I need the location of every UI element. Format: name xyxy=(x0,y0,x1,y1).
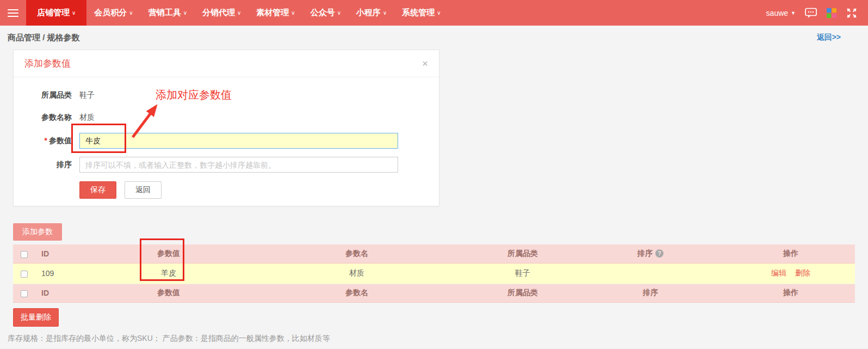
chevron-down-icon: ∨ xyxy=(129,10,133,16)
nav-item-member-points[interactable]: 会员积分 ∨ xyxy=(86,0,140,26)
header-actions: 操作 xyxy=(727,244,855,263)
category-label: 所属品类 xyxy=(14,90,72,100)
add-param-value-panel: 添加参数值 × 所属品类 鞋子 参数名称 材质 *参数值 排序 保存 返回 xyxy=(13,50,439,206)
chevron-down-icon: ▼ xyxy=(791,10,796,16)
back-button[interactable]: 返回 xyxy=(125,181,162,199)
chevron-down-icon: ∨ xyxy=(183,10,187,16)
footer-category: 所属品类 xyxy=(471,284,574,302)
breadcrumb-bar: 商品管理 / 规格参数 返回>> xyxy=(0,26,868,50)
header-sort: 排序? xyxy=(574,244,727,263)
save-button[interactable]: 保存 xyxy=(79,181,116,199)
nav-item-label: 公众号 xyxy=(311,8,335,18)
params-table: ID 参数值 参数名 所属品类 排序? 操作 109 羊皮 材质 鞋子 编辑 删… xyxy=(13,244,855,303)
nav-item-label: 分销代理 xyxy=(202,8,235,18)
select-all-checkbox-footer[interactable] xyxy=(21,290,28,297)
table-footer-row: ID 参数值 参数名 所属品类 排序 操作 xyxy=(13,284,855,302)
back-link[interactable]: 返回>> xyxy=(817,33,841,42)
param-name-value: 材质 xyxy=(79,113,95,123)
nav-item-marketing-tools[interactable]: 营销工具 ∨ xyxy=(141,0,195,26)
edit-link[interactable]: 编辑 xyxy=(771,268,786,277)
nav-item-shop-management[interactable]: 店铺管理 ∨ xyxy=(26,0,86,26)
required-asterisk: * xyxy=(45,136,47,145)
top-navbar: 店铺管理 ∨ 会员积分 ∨ 营销工具 ∨ 分销代理 ∨ 素材管理 ∨ 公众号 ∨… xyxy=(0,0,868,26)
footer-id: ID xyxy=(35,284,95,302)
header-param-name: 参数名 xyxy=(243,244,471,263)
user-menu[interactable]: sauwe ▼ xyxy=(766,9,796,17)
param-name-label: 参数名称 xyxy=(14,113,72,123)
cell-param-value: 羊皮 xyxy=(95,263,243,284)
menu-icon[interactable] xyxy=(0,0,26,26)
fullscreen-icon[interactable] xyxy=(846,8,857,19)
form-row-param-name: 参数名称 材质 xyxy=(14,113,428,123)
table-header-row: ID 参数值 参数名 所属品类 排序? 操作 xyxy=(13,244,855,263)
close-icon[interactable]: × xyxy=(422,58,428,69)
footer-actions: 操作 xyxy=(727,284,855,302)
messages-icon[interactable] xyxy=(805,7,817,19)
select-all-checkbox[interactable] xyxy=(21,251,28,258)
chevron-down-icon: ∨ xyxy=(291,10,295,16)
form-row-category: 所属品类 鞋子 xyxy=(14,90,428,100)
cell-category: 鞋子 xyxy=(471,263,574,284)
footer-sort: 排序 xyxy=(574,284,727,302)
nav-item-label: 营销工具 xyxy=(148,8,181,18)
chevron-down-icon: ∨ xyxy=(72,10,76,16)
footer-param-value: 参数值 xyxy=(95,284,243,302)
nav-item-official-account[interactable]: 公众号 ∨ xyxy=(303,0,349,26)
breadcrumb: 商品管理 / 规格参数 xyxy=(8,33,80,43)
param-value-input[interactable] xyxy=(79,133,398,149)
delete-link[interactable]: 删除 xyxy=(795,268,810,277)
param-value-label: *参数值 xyxy=(14,136,72,146)
header-param-value: 参数值 xyxy=(95,244,243,263)
header-category: 所属品类 xyxy=(471,244,574,263)
chevron-down-icon: ∨ xyxy=(383,10,387,16)
batch-delete-button[interactable]: 批量删除 xyxy=(13,308,59,327)
row-checkbox[interactable] xyxy=(21,271,28,278)
nav-item-label: 会员积分 xyxy=(94,8,127,18)
sort-input[interactable] xyxy=(79,157,398,173)
cell-sort xyxy=(574,263,727,284)
nav-item-material-management[interactable]: 素材管理 ∨ xyxy=(249,0,302,26)
nav-item-mini-program[interactable]: 小程序 ∨ xyxy=(349,0,394,26)
nav-item-label: 系统管理 xyxy=(402,8,435,18)
panel-header: 添加参数值 × xyxy=(14,50,439,77)
sort-label: 排序 xyxy=(14,160,72,170)
nav-item-label: 小程序 xyxy=(356,8,381,18)
header-id: ID xyxy=(35,244,95,263)
table-row: 109 羊皮 材质 鞋子 编辑 删除 xyxy=(13,263,855,284)
cell-param-name: 材质 xyxy=(243,263,471,284)
form-row-param-value: *参数值 xyxy=(14,133,428,149)
add-param-button[interactable]: 添加参数 xyxy=(13,223,62,241)
help-icon[interactable]: ? xyxy=(655,249,664,258)
category-value: 鞋子 xyxy=(79,90,95,100)
chevron-down-icon: ∨ xyxy=(337,10,341,16)
footer-param-name: 参数名 xyxy=(243,284,471,302)
panel-body: 所属品类 鞋子 参数名称 材质 *参数值 排序 保存 返回 xyxy=(14,77,439,206)
footer-note: 库存规格：是指库存的最小单位，称为SKU； 产品参数：是指商品的一般属性参数，比… xyxy=(8,334,868,344)
chevron-down-icon: ∨ xyxy=(237,10,241,16)
chevron-down-icon: ∨ xyxy=(437,10,441,16)
nav-item-label: 店铺管理 xyxy=(37,8,70,18)
nav-item-system-management[interactable]: 系统管理 ∨ xyxy=(394,0,448,26)
form-row-sort: 排序 xyxy=(14,157,428,173)
nav-item-distribution-agent[interactable]: 分销代理 ∨ xyxy=(195,0,249,26)
apps-icon[interactable] xyxy=(826,8,837,19)
cell-id: 109 xyxy=(35,263,95,284)
nav-item-label: 素材管理 xyxy=(256,8,289,18)
panel-title: 添加参数值 xyxy=(24,57,71,70)
username: sauwe xyxy=(766,9,788,17)
cell-actions: 编辑 删除 xyxy=(727,263,855,284)
